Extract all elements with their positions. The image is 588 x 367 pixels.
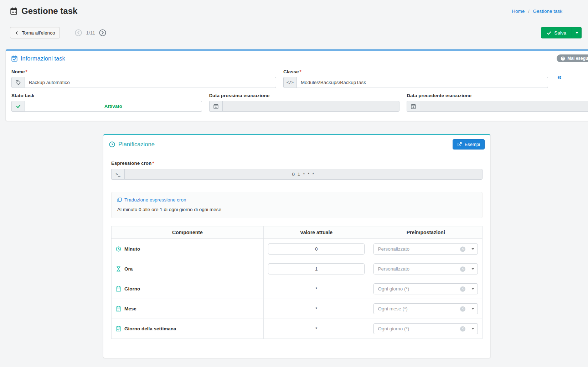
question-circle-icon: ? — [561, 56, 565, 61]
data-precedente-input — [420, 101, 588, 112]
field-stato-task: Stato task Attivato — [11, 93, 202, 112]
scheduling-panel: Pianificazione Esempi Espressione cron* … — [103, 134, 490, 358]
back-to-list-button[interactable]: Torna all'elenco — [10, 27, 60, 38]
required-asterisk: * — [26, 69, 27, 74]
clear-selection-icon[interactable]: × — [460, 246, 465, 252]
task-info-panel: Informazioni task ? Mai eseguito Nome* — [6, 49, 588, 121]
stato-label: Stato task — [11, 93, 35, 98]
collapse-panel-icon[interactable]: « — [555, 69, 588, 88]
caret-down-icon — [468, 324, 478, 334]
scheduling-panel-header: Pianificazione Esempi — [103, 135, 490, 153]
hourglass-icon — [116, 266, 121, 272]
caret-down-icon — [468, 284, 478, 294]
cron-translation-link-label: Traduzione espressione cron — [124, 197, 186, 203]
minute-value-input[interactable] — [268, 243, 365, 255]
component-label: Ora — [124, 266, 133, 272]
cron-translation-text: Al minuto 0 alle ore 1 di ogni giorno di… — [117, 207, 476, 212]
nome-input[interactable] — [25, 77, 276, 88]
classe-label: Classe — [283, 69, 299, 74]
preset-selected-value: Ogni giorno (*) — [378, 286, 409, 292]
calendar-check-icon — [116, 326, 121, 331]
breadcrumb-separator: / — [528, 9, 530, 14]
save-button[interactable]: Salva — [541, 27, 572, 38]
field-data-precedente: Data precedente esecuzione — [407, 93, 588, 112]
breadcrumb-current-link[interactable]: Gestione task — [533, 9, 562, 14]
examples-button-label: Esempi — [465, 142, 480, 147]
circle-arrow-left-icon[interactable] — [75, 29, 82, 36]
task-info-row-2: Stato task Attivato Data prossima esecuz… — [11, 93, 588, 112]
cron-label: Espressione cron — [111, 161, 151, 166]
breadcrumb: Home / Gestione task — [512, 9, 562, 14]
day-preset-select[interactable]: Ogni giorno (*) × — [373, 283, 478, 294]
scheduling-panel-body: Espressione cron* >_ Traduzione espressi… — [103, 153, 490, 347]
save-button-group: Salva — [541, 27, 582, 38]
cron-row-minute: Minuto Personalizzato × — [112, 239, 483, 259]
month-preset-select[interactable]: Ogni mese (*) × — [373, 303, 478, 314]
component-label: Minuto — [124, 246, 140, 252]
panel-title: Informazioni task — [21, 55, 65, 62]
content-header: Gestione task Home / Gestione task — [0, 0, 588, 22]
weekday-preset-select[interactable]: Ogni giorno (*) × — [373, 323, 478, 334]
breadcrumb-home-link[interactable]: Home — [512, 9, 525, 14]
cron-translation-link[interactable]: Traduzione espressione cron — [117, 197, 186, 203]
nome-label: Nome — [11, 69, 25, 74]
data-prossima-input — [222, 101, 400, 112]
weekday-value: * — [315, 326, 318, 332]
cron-components-table: Componente Valore attuale Preimpostazion… — [111, 226, 483, 339]
action-toolbar: Torna all'elenco 1/11 Salva — [10, 27, 582, 38]
cron-expression-input — [124, 169, 483, 180]
copy-icon — [117, 198, 122, 202]
save-button-label: Salva — [554, 30, 566, 36]
panel-title: Pianificazione — [118, 141, 155, 148]
classe-input[interactable] — [296, 77, 548, 88]
cron-translation-box: Traduzione espressione cron Al minuto 0 … — [111, 192, 483, 218]
calendar-grid-icon — [116, 306, 121, 311]
save-dropdown-toggle[interactable] — [572, 27, 582, 38]
stato-value: Attivato — [25, 101, 202, 112]
calendar-icon — [116, 286, 121, 292]
circle-arrow-right-icon[interactable] — [99, 29, 106, 36]
day-value: * — [315, 286, 318, 292]
check-icon — [11, 101, 25, 112]
clear-selection-icon[interactable]: × — [460, 286, 465, 292]
clear-selection-icon[interactable]: × — [460, 326, 465, 331]
chevron-left-icon — [15, 31, 19, 35]
svg-text:?: ? — [562, 57, 564, 60]
field-data-prossima: Data prossima esecuzione — [209, 93, 400, 112]
calendar-icon — [10, 7, 17, 15]
terminal-icon: >_ — [111, 169, 124, 180]
caret-down-icon — [468, 304, 478, 314]
minute-preset-select[interactable]: Personalizzato × — [373, 243, 478, 255]
clear-selection-icon[interactable]: × — [460, 306, 465, 311]
component-label: Giorno — [124, 286, 140, 292]
table-header-row: Componente Valore attuale Preimpostazion… — [112, 226, 483, 239]
page-title: Gestione task — [10, 6, 77, 16]
month-value: * — [315, 306, 318, 312]
back-to-list-label: Torna all'elenco — [22, 30, 55, 36]
field-classe: Classe* </> — [283, 69, 548, 88]
required-asterisk: * — [152, 161, 154, 166]
caret-down-icon — [468, 264, 478, 274]
preset-selected-value: Personalizzato — [378, 266, 409, 272]
required-asterisk: * — [300, 69, 301, 74]
col-header-preimpostazioni: Preimpostazioni — [369, 226, 483, 239]
clear-selection-icon[interactable]: × — [460, 266, 465, 272]
hour-value-input[interactable] — [268, 263, 365, 274]
col-header-valore-attuale: Valore attuale — [263, 226, 369, 239]
clock-icon — [116, 246, 121, 252]
caret-down-icon — [576, 32, 578, 34]
code-icon: </> — [283, 77, 296, 88]
preset-selected-value: Ogni giorno (*) — [378, 326, 409, 331]
examples-button[interactable]: Esempi — [453, 139, 485, 150]
clock-icon — [109, 141, 115, 147]
hour-preset-select[interactable]: Personalizzato × — [373, 263, 478, 274]
tag-icon — [11, 77, 25, 88]
page-title-text: Gestione task — [21, 6, 77, 16]
calendar-check-icon — [11, 56, 17, 62]
record-position: 1/11 — [86, 30, 95, 36]
data-precedente-label: Data precedente esecuzione — [407, 93, 471, 98]
preset-selected-value: Personalizzato — [378, 246, 409, 252]
task-info-panel-header: Informazioni task ? Mai eseguito — [6, 51, 588, 65]
field-nome: Nome* — [11, 69, 276, 88]
never-executed-badge: ? Mai eseguito — [557, 54, 588, 62]
